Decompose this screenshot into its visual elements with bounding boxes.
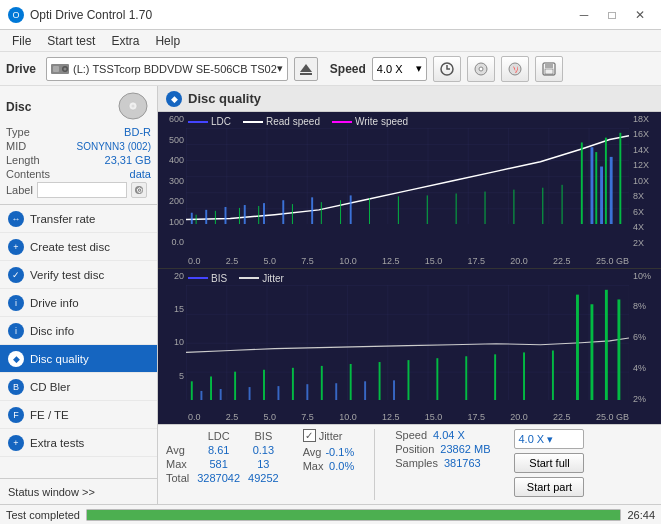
label-edit-button[interactable]: ⚙ [131, 182, 147, 198]
type-key: Type [6, 126, 30, 138]
y-br-8: 8% [633, 301, 646, 311]
menu-start-test[interactable]: Start test [39, 32, 103, 50]
nav-disc-info-label: Disc info [30, 325, 74, 337]
svg-rect-37 [340, 200, 341, 224]
svg-rect-52 [191, 381, 193, 400]
contents-value: data [130, 168, 151, 180]
start-part-button[interactable]: Start part [514, 477, 584, 497]
read-speed-legend-label: Read speed [266, 116, 320, 127]
jitter-max-label: Max [303, 460, 324, 472]
top-chart-legend: LDC Read speed Write speed [188, 116, 408, 127]
charts-area: LDC Read speed Write speed 600 [158, 112, 661, 424]
stats-avg-row: Avg 8.61 0.13 [166, 443, 287, 457]
top-chart-y-axis-right: 18X 16X 14X 12X 10X 8X 6X 4X 2X [631, 112, 661, 248]
status-window-label: Status window >> [8, 486, 95, 498]
minimize-button[interactable]: ─ [571, 5, 597, 25]
speed-key: Speed [395, 429, 427, 441]
disc-panel: Disc Type BD-R MID SONYNN3 (002 [0, 86, 157, 205]
test-button-1[interactable] [433, 56, 461, 82]
nav-extra-tests[interactable]: + Extra tests [0, 429, 157, 457]
svg-rect-41 [456, 193, 457, 224]
svg-rect-76 [364, 381, 366, 400]
max-ldc: 581 [197, 457, 248, 471]
svg-rect-75 [335, 383, 337, 400]
y-b-5: 5 [179, 371, 184, 381]
maximize-button[interactable]: □ [599, 5, 625, 25]
title-bar: O Opti Drive Control 1.70 ─ □ ✕ [0, 0, 661, 30]
jitter-max-value: 0.0% [329, 460, 354, 472]
disc-info-icon: i [8, 323, 24, 339]
jitter-checkbox[interactable]: ✓ [303, 429, 316, 442]
svg-rect-34 [258, 206, 259, 224]
avg-ldc: 8.61 [197, 443, 248, 457]
svg-rect-5 [300, 73, 312, 75]
close-button[interactable]: ✕ [627, 5, 653, 25]
nav-extra-tests-label: Extra tests [30, 437, 84, 449]
length-value: 23,31 GB [105, 154, 151, 166]
read-speed-legend: Read speed [243, 116, 320, 127]
svg-rect-65 [552, 350, 554, 400]
stats-max-row: Max 581 13 [166, 457, 287, 471]
top-chart-x-axis: 0.0 2.5 5.0 7.5 10.0 12.5 15.0 17.5 20.0… [188, 256, 629, 266]
drive-selector[interactable]: (L:) TSSTcorp BDDVDW SE-506CB TS02 ▾ [46, 57, 288, 81]
svg-rect-31 [196, 215, 197, 225]
menu-help[interactable]: Help [147, 32, 188, 50]
panel-title-icon: ◆ [166, 91, 182, 107]
nav-cd-bler[interactable]: B CD Bler [0, 373, 157, 401]
mid-key: MID [6, 140, 26, 152]
label-input[interactable] [37, 182, 127, 198]
y-br-2: 2% [633, 394, 646, 404]
top-chart: LDC Read speed Write speed 600 [158, 112, 661, 269]
svg-rect-73 [277, 386, 279, 400]
test-button-2[interactable] [467, 56, 495, 82]
total-bis: 49252 [248, 471, 287, 485]
y-b-15: 15 [174, 304, 184, 314]
svg-rect-54 [234, 371, 236, 400]
nav-drive-info[interactable]: i Drive info [0, 289, 157, 317]
y-label-100: 100 [169, 217, 184, 227]
status-text: Test completed [6, 509, 80, 521]
svg-rect-49 [619, 133, 621, 224]
menu-extra[interactable]: Extra [103, 32, 147, 50]
svg-rect-27 [350, 195, 352, 224]
save-button[interactable] [535, 56, 563, 82]
eject-button[interactable] [294, 57, 318, 81]
sidebar: Disc Type BD-R MID SONYNN3 (002 [0, 86, 158, 504]
test-button-3[interactable] [501, 56, 529, 82]
svg-rect-72 [249, 387, 251, 400]
svg-rect-57 [321, 365, 323, 400]
y-label-500: 500 [169, 135, 184, 145]
start-full-button[interactable]: Start full [514, 453, 584, 473]
bottom-chart-legend: BIS Jitter [188, 273, 284, 284]
y-right-16x: 16X [633, 129, 649, 139]
burn-icon [507, 61, 523, 77]
svg-rect-71 [220, 389, 222, 401]
svg-rect-67 [590, 304, 593, 400]
speed-selector[interactable]: 4.0 X ▾ [372, 57, 427, 81]
nav-disc-quality[interactable]: ◆ Disc quality [0, 345, 157, 373]
svg-rect-63 [494, 354, 496, 400]
window-controls: ─ □ ✕ [571, 5, 653, 25]
type-value: BD-R [124, 126, 151, 138]
nav-transfer-rate[interactable]: ↔ Transfer rate [0, 205, 157, 233]
svg-marker-4 [300, 64, 312, 72]
svg-rect-69 [617, 299, 620, 400]
nav-create-test-disc[interactable]: + Create test disc [0, 233, 157, 261]
menu-file[interactable]: File [4, 32, 39, 50]
svg-point-3 [64, 67, 67, 70]
drive-name: (L:) TSSTcorp BDDVDW SE-506CB TS02 [73, 63, 277, 75]
speed-dropdown[interactable]: 4.0 X ▾ [514, 429, 584, 449]
jitter-section: ✓ Jitter Avg -0.1% Max 0.0% [303, 429, 355, 472]
jitter-legend: Jitter [239, 273, 284, 284]
nav-disc-info[interactable]: i Disc info [0, 317, 157, 345]
bis-legend-label: BIS [211, 273, 227, 284]
drive-info-icon: i [8, 295, 24, 311]
app-title: Opti Drive Control 1.70 [30, 8, 152, 22]
svg-rect-26 [311, 197, 313, 224]
nav-fe-te[interactable]: F FE / TE [0, 401, 157, 429]
ldc-legend-label: LDC [211, 116, 231, 127]
toolbar: Drive (L:) TSSTcorp BDDVDW SE-506CB TS02… [0, 52, 661, 86]
status-window-button[interactable]: Status window >> [0, 478, 157, 504]
svg-point-8 [479, 67, 483, 71]
nav-verify-test-disc[interactable]: ✓ Verify test disc [0, 261, 157, 289]
